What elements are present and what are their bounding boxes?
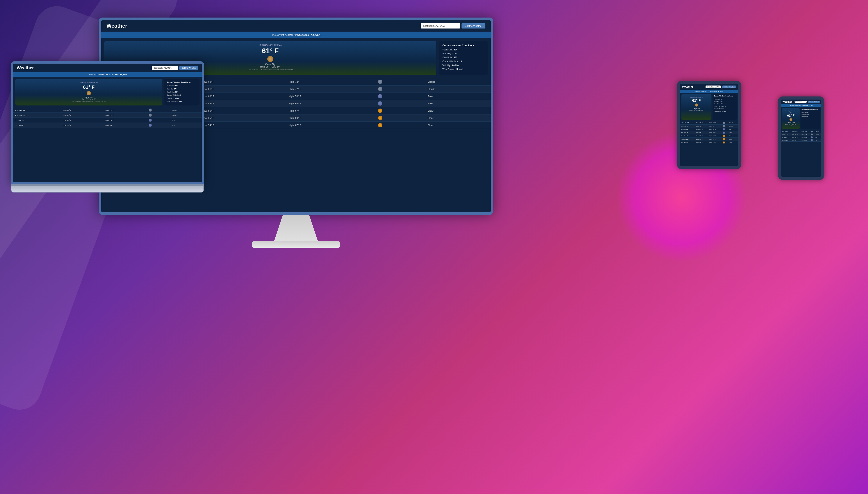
forecast-icon-cell [722, 128, 728, 131]
tablet-app-header: Weather Get the Weather [680, 84, 738, 90]
forecast-icon-cell [375, 100, 425, 107]
forecast-day: Thu, Nov 23 [781, 133, 792, 136]
phone-search-area: Get the Weather [794, 101, 820, 103]
forecast-high: High: 70° F [286, 93, 375, 100]
forecast-icon [723, 138, 725, 140]
forecast-low: Low: 61° F [200, 86, 286, 93]
forecast-desc: Clear [425, 107, 491, 114]
forecast-icon-cell [147, 118, 170, 123]
forecast-icon-cell [375, 78, 425, 86]
phone-search-input[interactable] [794, 101, 807, 103]
laptop-weather-content: Tuesday, November 21 61° F Clear Sky Hig… [18, 81, 160, 102]
forecast-desc: Clouds [425, 86, 491, 93]
forecast-icon-cell [375, 86, 425, 93]
forecast-icon-cell [722, 141, 728, 144]
tablet-search-input[interactable] [706, 86, 721, 88]
phone-weather-main: Tuesday, November 21 61° F Clear Sky Hig… [781, 107, 821, 130]
forecast-day: Sat, Nov 25 [781, 139, 792, 141]
forecast-day: Wed, Nov 22 [13, 108, 61, 113]
tablet-current-weather: Tuesday, November 21 61° F Clear Sky Hig… [681, 94, 711, 120]
tablet-conditions-panel: Current Weather Conditions: Feels Like: … [713, 94, 737, 120]
tablet-location-banner: The current weather for Scottsdale, AZ, … [680, 90, 738, 93]
forecast-low: Low: 55° F [200, 107, 286, 114]
phone-search-button[interactable]: Get the Weather [808, 101, 820, 103]
table-row: Sat, Nov 25 Low: 58° F High: 66° F Rain [13, 123, 202, 128]
forecast-icon-cell [722, 131, 728, 134]
forecast-low: Low: 55° F [695, 134, 708, 138]
monitor-search-input[interactable] [421, 23, 460, 28]
forecast-low: Low: 60° F [695, 128, 708, 131]
monitor-weather-desc: Clear Sky [107, 63, 434, 65]
forecast-high: High: 70° F [708, 128, 722, 131]
forecast-icon [149, 119, 152, 122]
table-row: Sat, Nov 25 Low: 58° F High: 66° F Rain [781, 139, 821, 141]
table-row: Wed, Nov 22 Low: 60° F High: 72° F Cloud… [13, 108, 202, 113]
forecast-high: High: 69° F [708, 138, 722, 141]
phone-device: Weather Get the Weather The current weat… [778, 96, 824, 180]
phone-weather-app: Weather Get the Weather The current weat… [781, 99, 821, 177]
forecast-desc: Clear [728, 134, 738, 138]
forecast-desc: Rain [425, 93, 491, 100]
tablet-temperature: 61° F [684, 99, 709, 102]
forecast-low: Low: 58° F [200, 100, 286, 107]
tablet-search-button[interactable]: Get the Weather [722, 86, 736, 88]
forecast-icon-cell [375, 122, 425, 129]
monitor-temperature: 61° F [107, 47, 434, 55]
forecast-icon [378, 123, 382, 127]
forecast-icon-cell [810, 133, 814, 136]
laptop-weather-icon [86, 91, 91, 95]
monitor-wind-speed: Wind Speed: 11 mph [442, 68, 484, 71]
forecast-icon-cell [722, 121, 728, 125]
forecast-low: Low: 60° F [61, 118, 103, 123]
forecast-icon [378, 101, 382, 106]
table-row: Mon, Nov 27 Low: 55° F High: 69° F Clear [680, 138, 738, 141]
forecast-high: High: 67° F [708, 141, 722, 144]
forecast-desc: Clouds [170, 108, 202, 113]
forecast-day: Mon, Nov 27 [680, 138, 695, 141]
forecast-low: Low: 60° F [792, 136, 801, 139]
table-row: Wed, Nov 22 Low: 60° F High: 72° F Cloud… [680, 121, 738, 125]
phone-weather-desc: Clear Sky [785, 122, 797, 124]
monitor-feels-like: Feels Like: 59° [442, 49, 484, 51]
monitor-base [252, 241, 340, 248]
monitor-location-name: Scottsdale, AZ, USA [297, 34, 320, 36]
forecast-high: High: 72° F [801, 133, 810, 136]
laptop-temperature: 61° F [18, 84, 160, 90]
phone-date: Tuesday, November 21 [785, 110, 797, 113]
table-row: Tue, Nov 28 Low: 54° F High: 67° F Clear [680, 141, 738, 144]
forecast-desc: Clear [425, 122, 491, 129]
monitor-search-button[interactable]: Get the Weather [462, 23, 485, 28]
forecast-icon [723, 122, 725, 124]
table-row: Thu, Nov 23 Low: 61° F High: 72° F Cloud… [781, 133, 821, 136]
forecast-desc: Rain [425, 100, 491, 107]
tablet-weather-app: Weather Get the Weather The current weat… [680, 84, 738, 166]
forecast-icon-cell [810, 130, 814, 133]
forecast-low: Low: 61° F [695, 125, 708, 128]
monitor-visibility: Visibility: 6 miles [442, 64, 484, 66]
tablet-weather-content: Tuesday, November 21 61° F Clear Sky Hig… [684, 96, 709, 111]
forecast-low: Low: 60° F [792, 130, 801, 133]
phone-temperature: 61° F [785, 114, 797, 117]
forecast-day: Fri, Nov 24 [680, 128, 695, 131]
forecast-high: High: 66° F [801, 139, 810, 141]
tablet-forecast-section: Wed, Nov 22 Low: 60° F High: 72° F Cloud… [680, 121, 738, 166]
forecast-icon [723, 135, 725, 137]
forecast-icon [378, 87, 382, 91]
forecast-low: Low: 54° F [200, 122, 286, 129]
forecast-icon [378, 94, 382, 98]
forecast-icon-cell [147, 108, 170, 113]
laptop-body [11, 186, 204, 192]
forecast-desc: Rain [814, 136, 821, 139]
tablet-app-title: Weather [682, 85, 693, 89]
tablet-weather-main: Tuesday, November 21 61° F Clear Sky Hig… [680, 93, 738, 121]
forecast-icon [149, 124, 152, 127]
tablet-forecast-table: Wed, Nov 22 Low: 60° F High: 72° F Cloud… [680, 121, 738, 144]
forecast-day: Wed, Nov 22 [781, 130, 792, 133]
table-row: Fri, Nov 24 Low: 60° F High: 70° F Rain [680, 128, 738, 131]
forecast-low: Low: 60° F [200, 78, 286, 86]
forecast-low: Low: 60° F [200, 93, 286, 100]
forecast-desc: Clear [728, 138, 738, 141]
laptop-date: Tuesday, November 21 [18, 81, 160, 83]
forecast-icon-cell [722, 125, 728, 128]
monitor-last-updated: Last updated on Tuesday, November 21, 20… [107, 69, 434, 71]
